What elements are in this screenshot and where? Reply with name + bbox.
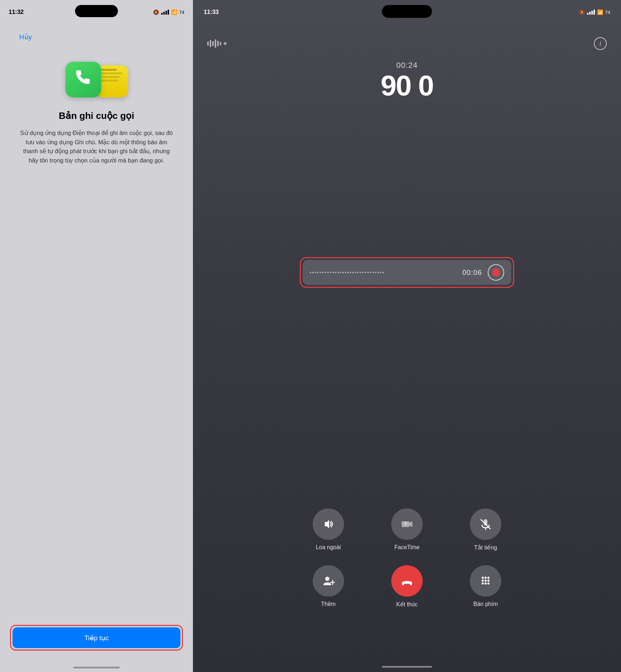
speaker-button[interactable]: Loa ngoài [313,508,344,551]
wifi-right: 📶 [597,9,603,15]
call-top-area: i [193,30,621,50]
battery-right: 74 [605,10,610,15]
status-time-left: 11:32 [9,9,24,16]
svg-rect-11 [410,582,412,585]
notes-line-4 [99,80,119,81]
waveform-dots [310,272,457,273]
notes-line-2 [99,72,123,74]
waveform-bar-5 [217,41,219,46]
speaker-circle [313,508,344,540]
end-call-label: Kết thúc [396,601,418,608]
keypad-button[interactable]: Bàn phím [470,565,501,607]
right-panel: 11:33 🔕 📶 74 i [193,0,621,672]
svg-point-12 [482,577,484,579]
call-contact: 90 0 [381,71,433,100]
signal-bars-right [587,10,595,15]
notes-line-3 [99,76,120,78]
sheet-content: Hủy Bản ghi cuộc gọi Sử dụng ứng dụng Đi… [0,19,193,672]
waveform-bar-4 [215,39,216,48]
svg-point-16 [485,580,487,582]
end-call-circle [391,565,423,597]
record-stop-button[interactable] [488,264,504,281]
status-time-right: 11:33 [204,9,219,16]
signal-bars-left [161,10,169,15]
phone-icon [73,69,94,90]
add-person-circle [313,565,344,597]
mute-button[interactable]: Tắt tiếng [470,508,501,551]
battery-left: 74 [179,10,184,15]
home-indicator-left [73,667,120,668]
info-icon: i [599,40,601,47]
left-panel: 11:32 🔕 📶 74 Hủy [0,0,193,672]
svg-point-19 [485,582,487,585]
cancel-button[interactable]: Hủy [18,30,33,44]
recording-time: 00:06 [462,269,482,277]
waveform-bar-1 [207,41,209,46]
svg-point-6 [325,577,329,581]
add-person-button[interactable]: Thêm [313,565,344,607]
svg-rect-10 [402,582,404,585]
status-icons-right: 🔕 📶 74 [579,9,610,15]
status-bar-right: 11:33 🔕 📶 74 [193,0,621,19]
waveform-bar-6 [220,42,221,45]
continue-button[interactable]: Tiếp tục [13,627,180,648]
recording-bar-wrapper: 00:06 [300,257,514,288]
svg-point-15 [482,580,484,582]
waveform-dot [224,42,227,45]
add-person-icon [322,575,335,587]
app-icons [65,62,128,97]
svg-point-14 [487,577,490,579]
bell-slash-left: 🔕 [153,9,159,15]
svg-point-13 [485,577,487,579]
facetime-button[interactable]: ? FaceTime [391,508,423,551]
keypad-icon [479,575,492,587]
speaker-label: Loa ngoài [316,544,341,551]
sheet-description: Sử dụng ứng dụng Điện thoại để ghi âm cu… [14,129,179,165]
end-call-icon [400,574,414,588]
speaker-icon [322,518,335,531]
waveform-bar-2 [210,40,211,47]
sheet-title: Bản ghi cuộc gọi [59,110,134,121]
wifi-left: 📶 [171,9,177,15]
mute-circle [470,508,501,540]
svg-point-18 [482,582,484,585]
status-bar-left: 11:32 🔕 📶 74 [0,0,193,19]
waveform-icon [207,39,227,48]
svg-point-20 [487,582,490,585]
keypad-circle [470,565,501,597]
phone-app-icon [65,62,101,97]
svg-marker-0 [325,520,329,528]
continue-btn-outline: Tiếp tục [10,625,183,651]
info-button[interactable]: i [594,37,607,50]
dynamic-island-right [382,5,432,18]
add-person-label: Thêm [321,601,336,607]
keypad-label: Bàn phím [473,601,498,607]
dynamic-island-left [75,5,118,17]
svg-point-17 [487,580,490,582]
call-timer: 00:24 90 0 [381,61,433,100]
status-icons-left: 🔕 📶 74 [153,9,184,15]
record-stop-icon [492,269,500,276]
svg-text:?: ? [404,522,407,527]
facetime-circle: ? [391,508,423,540]
continue-btn-wrapper: Tiếp tục [0,625,193,651]
recording-bar: 00:06 [303,260,511,285]
notes-line-1 [99,69,117,71]
mute-label: Tắt tiếng [474,544,497,551]
end-call-button[interactable]: Kết thúc [391,565,423,608]
call-controls: Loa ngoài ? FaceTime [300,508,514,608]
facetime-label: FaceTime [394,544,420,551]
bell-slash-right: 🔕 [579,9,585,15]
waveform-bar-3 [212,41,214,46]
call-duration: 00:24 [381,61,433,70]
facetime-icon: ? [401,518,413,531]
mute-icon [479,518,492,531]
home-indicator-right [382,666,432,668]
